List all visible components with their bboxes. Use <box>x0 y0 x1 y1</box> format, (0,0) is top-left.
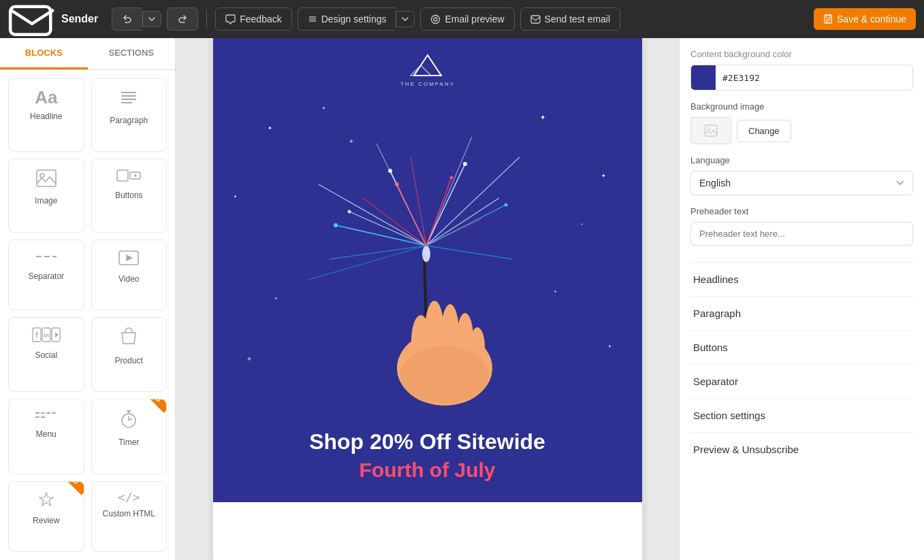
block-timer[interactable]: PRO Timer <box>91 399 168 474</box>
left-sidebar: BLOCKS SECTIONS Aa Headline Paragraph <box>0 38 176 560</box>
svg-rect-15 <box>37 170 56 186</box>
block-custom-html[interactable]: </> Custom HTML <box>91 481 168 552</box>
email-logo: THE COMPANY <box>400 52 455 89</box>
svg-text:+: + <box>554 289 557 295</box>
nav-item-section-settings[interactable]: Section settings <box>690 399 913 433</box>
email-canvas-area: THE COMPANY ✦ ✦ ✦ ✦ ✦ + + + <box>176 38 679 560</box>
svg-marker-29 <box>55 332 59 337</box>
block-social[interactable]: f in Social <box>8 317 84 392</box>
color-value-input[interactable] <box>716 67 912 88</box>
color-field <box>690 65 913 90</box>
color-swatch[interactable] <box>691 65 716 90</box>
svg-rect-0 <box>10 7 50 35</box>
block-buttons[interactable]: Buttons <box>91 159 168 232</box>
send-test-email-button[interactable]: Send test email <box>520 7 621 31</box>
svg-rect-17 <box>117 170 128 181</box>
save-continue-label: Save & continue <box>837 14 906 24</box>
block-headline[interactable]: Aa Headline <box>8 78 84 152</box>
feedback-label: Feedback <box>240 14 281 24</box>
social-label: Social <box>35 350 57 360</box>
block-product[interactable]: Product <box>91 317 168 392</box>
nav-item-preview-unsubscribe[interactable]: Preview & Unsubscribe <box>690 433 913 466</box>
block-paragraph[interactable]: Paragraph <box>91 78 168 152</box>
paragraph-icon <box>118 88 139 110</box>
tab-blocks[interactable]: BLOCKS <box>0 38 88 69</box>
undo-button[interactable] <box>112 7 142 31</box>
svg-text:✦: ✦ <box>268 125 272 131</box>
email-subheadline: Fourth of July <box>234 459 622 482</box>
svg-point-79 <box>347 210 351 214</box>
svg-point-16 <box>40 174 44 178</box>
block-image[interactable]: Image <box>8 159 84 232</box>
email-header: THE COMPANY <box>213 38 642 89</box>
language-select[interactable]: English <box>690 171 913 195</box>
headline-icon: Aa <box>35 88 57 106</box>
svg-text:✦: ✦ <box>540 114 545 121</box>
email-preview-button[interactable]: Email preview <box>420 7 514 31</box>
block-separator[interactable]: Separator <box>8 240 84 310</box>
timer-icon <box>118 409 139 432</box>
firework-section: ✦ ✦ ✦ ✦ ✦ + + + + + ✦ <box>213 89 642 416</box>
nav-paragraph-label: Paragraph <box>693 308 741 319</box>
design-settings-button[interactable]: Design settings <box>298 7 396 31</box>
svg-point-90 <box>400 346 489 403</box>
nav-item-paragraph[interactable]: Paragraph <box>690 297 913 331</box>
block-review[interactable]: PRO Review <box>8 481 84 552</box>
content-bg-label: Content background color <box>690 49 913 59</box>
bg-image-field: Change <box>690 117 913 144</box>
bg-image-placeholder <box>690 117 731 144</box>
design-settings-group: Design settings <box>298 7 415 31</box>
svg-text:+: + <box>349 137 353 145</box>
svg-text:+: + <box>247 355 251 363</box>
svg-text:+: + <box>581 222 584 226</box>
feedback-button[interactable]: Feedback <box>215 7 291 31</box>
svg-text:✦: ✦ <box>234 195 237 199</box>
block-menu[interactable]: Menu <box>8 399 84 474</box>
svg-point-81 <box>449 176 453 180</box>
svg-rect-91 <box>705 125 717 136</box>
video-icon <box>118 250 140 269</box>
email-canvas[interactable]: THE COMPANY ✦ ✦ ✦ ✦ ✦ + + + <box>213 38 642 560</box>
design-settings-label: Design settings <box>321 14 387 24</box>
topbar: Sender Feedback Design settings Email pr… <box>0 0 924 38</box>
product-label: Product <box>115 356 143 365</box>
paragraph-label: Paragraph <box>110 116 148 125</box>
tab-sections[interactable]: SECTIONS <box>88 38 176 69</box>
svg-text:✦: ✦ <box>601 173 606 179</box>
nav-item-headlines[interactable]: Headlines <box>690 263 913 297</box>
preheader-input[interactable] <box>690 222 913 246</box>
redo-button[interactable] <box>167 7 198 31</box>
svg-text:✦: ✦ <box>322 106 325 110</box>
separator-label: Separator <box>28 271 64 281</box>
product-icon <box>119 327 138 350</box>
nav-item-separator[interactable]: Separator <box>690 365 913 399</box>
change-bg-image-button[interactable]: Change <box>737 120 791 142</box>
nav-separator-label: Separator <box>693 376 738 387</box>
menu-label: Menu <box>36 429 57 439</box>
svg-rect-6 <box>531 16 540 23</box>
image-icon <box>35 169 57 191</box>
design-settings-dropdown[interactable] <box>396 11 415 27</box>
blocks-grid: Aa Headline Paragraph Image <box>0 70 175 560</box>
email-text-section: Shop 20% Off Sitewide Fourth of July <box>213 416 642 502</box>
save-continue-button[interactable]: Save & continue <box>814 8 916 30</box>
buttons-label: Buttons <box>115 191 143 200</box>
timer-label: Timer <box>118 438 139 447</box>
undo-dropdown-button[interactable] <box>142 11 161 27</box>
svg-text:✦: ✦ <box>608 344 611 348</box>
block-video[interactable]: Video <box>91 240 168 310</box>
email-headline: Shop 20% Off Sitewide <box>234 429 622 455</box>
right-sidebar: Content background color Background imag… <box>679 38 924 560</box>
svg-marker-43 <box>411 65 431 76</box>
review-label: Review <box>33 516 59 525</box>
svg-point-83 <box>504 203 507 207</box>
svg-point-82 <box>334 223 338 227</box>
app-logo: Sender <box>8 2 98 36</box>
svg-text:THE COMPANY: THE COMPANY <box>400 81 455 87</box>
nav-item-buttons[interactable]: Buttons <box>690 331 913 365</box>
preheader-label: Preheader text <box>690 206 913 216</box>
nav-preview-unsubscribe-label: Preview & Unsubscribe <box>693 444 799 455</box>
image-label: Image <box>35 196 57 205</box>
app-name: Sender <box>61 13 98 25</box>
custom-html-icon: </> <box>118 491 140 504</box>
